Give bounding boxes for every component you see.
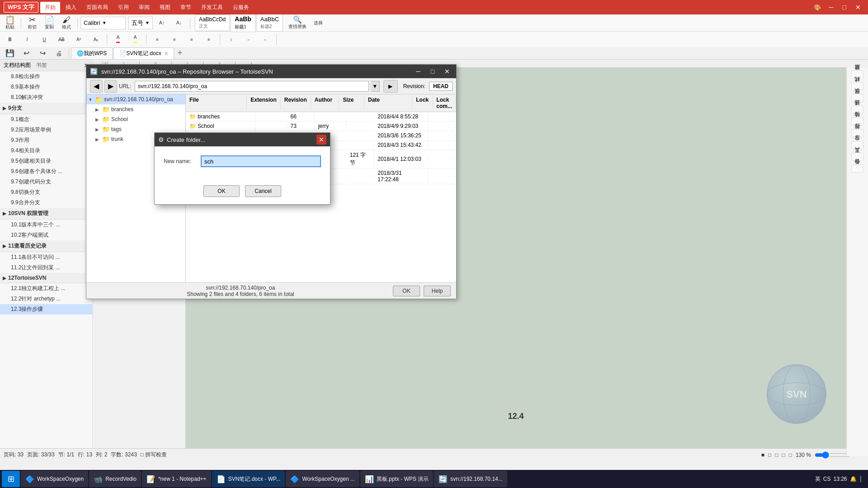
menu-dev[interactable]: 开发工具	[197, 2, 227, 13]
sidebar-item-99[interactable]: 9.9合并分支	[0, 197, 92, 208]
sidebar-item-891[interactable]: 8.9基本操作	[0, 82, 92, 92]
view-btn-5[interactable]: □	[789, 452, 792, 458]
taskbar-item-record[interactable]: 📹 RecordVedio	[89, 471, 141, 487]
sidebar-item-95[interactable]: 9.5创建相关目录	[0, 156, 92, 166]
view-btn-4[interactable]: □	[782, 452, 785, 458]
right-btn-transfer[interactable]: 传输	[851, 117, 863, 126]
style-normal[interactable]: AaBbCcDd正文	[195, 14, 230, 31]
quick-access-btn[interactable]: 💾	[2, 48, 18, 58]
repo-help-button[interactable]: Help	[424, 286, 451, 296]
sidebar-item-96[interactable]: 9.6创建各个具体分 ...	[0, 166, 92, 177]
right-btn-tool[interactable]: 工具	[851, 153, 863, 161]
sidebar-item-93[interactable]: 9.3作用	[0, 135, 92, 145]
font-color-btn[interactable]: A▬	[110, 34, 126, 45]
wps-skin-btn[interactable]: 🎨	[814, 4, 821, 11]
dialog-close-button[interactable]: ✕	[316, 135, 326, 145]
find-replace-btn[interactable]: 🔍查找替换	[286, 15, 309, 31]
font-size-inc[interactable]: A↑	[154, 19, 170, 26]
style-h2[interactable]: AaBbC标题2	[256, 14, 283, 32]
taskbar-ime[interactable]: 英	[815, 475, 821, 483]
dialog-name-input[interactable]	[201, 155, 321, 167]
sidebar-item-112[interactable]: 11.2让文件回到某 ...	[0, 263, 92, 273]
dialog-ok-button[interactable]: OK	[203, 185, 240, 197]
sidebar-item-122[interactable]: 12.2针对 archetyp ...	[0, 294, 92, 304]
repo-url-dropdown[interactable]: ▼	[371, 81, 380, 92]
sidebar-item-102[interactable]: 10.2客户端测试	[0, 230, 92, 240]
file-row-branches[interactable]: 📁branches 66 2018/4/4 8:55:28	[186, 112, 456, 122]
strikethrough-btn[interactable]: AB	[53, 36, 70, 43]
highlight-btn[interactable]: A▬	[127, 34, 143, 45]
select-btn[interactable]: 选择	[310, 19, 326, 27]
taskbar-item-workspace1[interactable]: 🔷 WorkSpaceOxygen	[21, 471, 88, 487]
menu-ref[interactable]: 引用	[113, 2, 133, 13]
view-btn-2[interactable]: □	[768, 452, 771, 458]
view-btn-3[interactable]: □	[775, 452, 778, 458]
copy-btn[interactable]: 📄复制	[41, 15, 57, 31]
subscript-btn[interactable]: A₂	[88, 36, 104, 43]
menu-layout[interactable]: 页面布局	[82, 2, 113, 13]
tree-school[interactable]: ▶ 📁 School	[86, 114, 185, 124]
sidebar-item-101[interactable]: 10.1版本库中三个 ...	[0, 220, 92, 230]
line-spacing-btn[interactable]: ↕	[223, 36, 239, 43]
tab-svnnotes-close[interactable]: ✕	[164, 51, 168, 56]
sidebar-item-123[interactable]: 12.3操作步骤	[0, 304, 92, 314]
taskbar-notification[interactable]: 🔔	[850, 476, 857, 482]
menu-start[interactable]: 开始	[40, 2, 60, 13]
sidebar-section-10[interactable]: ▶ 10SVN 权限管理	[0, 208, 92, 220]
repo-minimize-btn[interactable]: ─	[413, 66, 424, 77]
repo-ok-button[interactable]: OK	[393, 286, 420, 296]
underline-btn[interactable]: U	[36, 36, 52, 43]
repo-close-btn[interactable]: ✕	[442, 66, 453, 77]
tab-mywps[interactable]: 🌐 我的WPS	[71, 47, 113, 59]
align-center-btn[interactable]: ≡	[166, 36, 183, 43]
right-btn-style[interactable]: 样式	[851, 82, 863, 90]
undo-btn[interactable]: ↩	[18, 48, 34, 58]
tab-add-btn[interactable]: +	[175, 48, 185, 58]
menu-cloud[interactable]: 云服务	[228, 2, 254, 13]
menu-chapter[interactable]: 章节	[176, 2, 196, 13]
menu-insert[interactable]: 插入	[61, 2, 81, 13]
taskbar-show-desktop[interactable]: │	[859, 476, 863, 482]
dialog-cancel-button[interactable]: Cancel	[245, 185, 281, 197]
right-btn-new[interactable]: 新建	[851, 70, 863, 79]
view-btn-1[interactable]: ■	[761, 452, 764, 458]
superscript-btn[interactable]: A²	[71, 36, 87, 43]
taskbar-item-wps[interactable]: 📄 SVN笔记.docx - WP...	[212, 471, 285, 487]
taskbar-item-ppt[interactable]: 📊 黑板.pptx - WPS 演示	[360, 471, 433, 487]
align-left-btn[interactable]: ≡	[149, 36, 165, 43]
sidebar-section-12[interactable]: ▶ 12TortoiseSVN	[0, 273, 92, 283]
taskbar-start-btn[interactable]: ⊞	[2, 471, 20, 487]
wps-logo[interactable]: WPS 文字	[4, 2, 38, 13]
style-h1[interactable]: AaBb标题1	[231, 14, 255, 32]
taskbar-item-notepad[interactable]: 📝 *new 1 - Notepad++	[142, 471, 211, 487]
sidebar-item-111[interactable]: 11.1条目不可访问 ...	[0, 252, 92, 263]
sidebar-section-9[interactable]: ▶ 9分支	[0, 103, 92, 114]
wps-minimize[interactable]: ─	[826, 3, 837, 12]
right-btn-backup[interactable]: 备份	[851, 164, 863, 173]
sidebar-item-98[interactable]: 9.8切换分支	[0, 187, 92, 197]
align-justify-btn[interactable]: ≡	[201, 36, 217, 43]
sidebar-item-94[interactable]: 9.4相关目录	[0, 145, 92, 156]
italic-btn[interactable]: I	[19, 36, 35, 43]
menu-review[interactable]: 审阅	[134, 2, 154, 13]
align-right-btn[interactable]: ≡	[184, 36, 200, 43]
repo-url-input[interactable]	[135, 81, 368, 92]
format-btn[interactable]: 🖌格式	[58, 15, 75, 31]
sidebar-item-91[interactable]: 9.1概念	[0, 114, 92, 125]
sidebar-item-8101[interactable]: 8.10解决冲突	[0, 92, 92, 103]
font-size-dec[interactable]: A↓	[171, 19, 187, 26]
repo-back-btn[interactable]: ◀	[90, 80, 103, 93]
repo-go-btn[interactable]: ▶	[383, 80, 398, 93]
wps-maximize[interactable]: □	[839, 3, 850, 12]
menu-view[interactable]: 视图	[155, 2, 175, 13]
taskbar-item-svn[interactable]: 🔄 svn://192.168.70.14...	[434, 471, 507, 487]
repo-forward-btn[interactable]: ▶	[104, 80, 117, 93]
zoom-slider[interactable]	[815, 451, 851, 459]
indent-btn[interactable]: →	[240, 36, 256, 43]
sidebar-tab2[interactable]: 书签	[36, 61, 47, 69]
right-btn-shape[interactable]: 形状	[851, 94, 863, 102]
tab-svnnotes[interactable]: 📄 SVN笔记.docx ✕	[113, 47, 174, 59]
cut-btn[interactable]: ✂剪切	[24, 15, 40, 31]
tree-root[interactable]: ▼ 📁 svn://192.168.70.140/pro_oa	[86, 94, 185, 104]
wps-close[interactable]: ✕	[852, 3, 864, 12]
